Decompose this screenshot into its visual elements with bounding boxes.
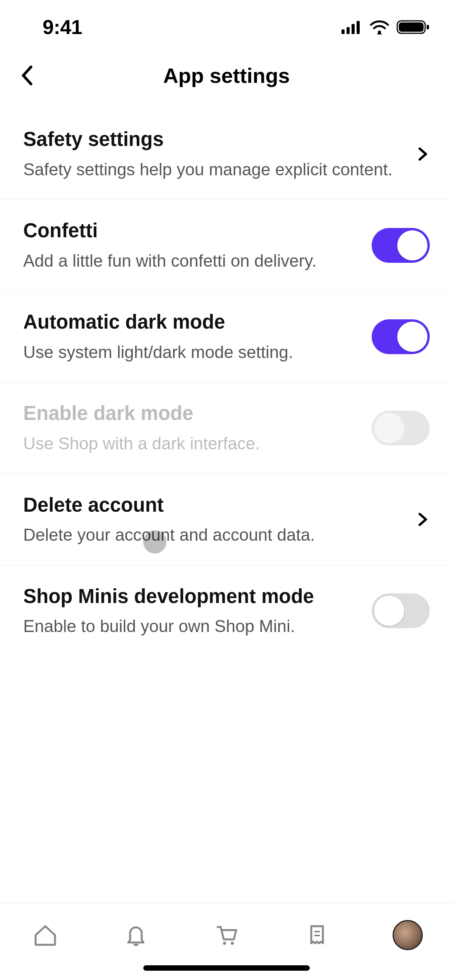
page-title: App settings <box>0 63 453 87</box>
row-enable-dark-mode: Enable dark mode Use Shop with a dark in… <box>0 382 453 474</box>
svg-rect-3 <box>357 21 360 34</box>
battery-icon <box>396 19 430 35</box>
back-button[interactable] <box>15 64 39 87</box>
settings-list: Safety settings Safety settings help you… <box>0 97 453 656</box>
home-icon <box>32 922 59 949</box>
row-subtitle: Delete your account and account data. <box>23 523 400 546</box>
tab-notifications[interactable] <box>91 918 181 953</box>
wifi-icon <box>369 20 390 34</box>
row-confetti: Confetti Add a little fun with confetti … <box>0 200 453 291</box>
chevron-left-icon <box>19 64 35 87</box>
avatar <box>393 920 423 950</box>
svg-rect-0 <box>341 29 345 34</box>
toggle-enable-dark-mode <box>372 411 430 445</box>
row-title: Shop Minis development mode <box>23 584 356 609</box>
toggle-automatic-dark-mode[interactable] <box>372 319 430 354</box>
status-bar: 9:41 <box>0 0 453 54</box>
status-time: 9:41 <box>43 15 82 39</box>
svg-rect-7 <box>427 25 429 29</box>
row-subtitle: Safety settings help you manage explicit… <box>23 158 400 181</box>
row-subtitle: Use Shop with a dark interface. <box>23 432 356 455</box>
chevron-right-icon <box>416 147 430 161</box>
tab-home[interactable] <box>0 918 91 953</box>
svg-rect-1 <box>347 27 350 34</box>
svg-point-8 <box>223 942 226 945</box>
nav-header: App settings <box>0 54 453 97</box>
row-subtitle: Enable to build your own Shop Mini. <box>23 615 356 637</box>
row-title: Safety settings <box>23 127 400 152</box>
row-title: Delete account <box>23 493 400 517</box>
row-subtitle: Add a little fun with confetti on delive… <box>23 249 356 272</box>
receipt-icon <box>304 922 331 949</box>
row-title: Confetti <box>23 218 356 243</box>
tab-profile[interactable] <box>362 918 453 953</box>
row-delete-account[interactable]: Delete account Delete your account and a… <box>0 474 453 565</box>
tab-cart[interactable] <box>181 918 272 953</box>
cart-icon <box>213 922 240 949</box>
signal-icon <box>341 20 362 34</box>
row-title: Enable dark mode <box>23 401 356 426</box>
svg-rect-6 <box>399 22 424 32</box>
row-safety-settings[interactable]: Safety settings Safety settings help you… <box>0 108 453 200</box>
toggle-shop-minis-dev-mode[interactable] <box>372 593 430 628</box>
toggle-confetti[interactable] <box>372 228 430 263</box>
svg-point-4 <box>378 31 381 34</box>
status-indicators <box>341 19 430 35</box>
chevron-right-icon <box>416 512 430 526</box>
row-subtitle: Use system light/dark mode setting. <box>23 341 356 363</box>
row-automatic-dark-mode: Automatic dark mode Use system light/dar… <box>0 291 453 382</box>
svg-point-9 <box>231 942 234 945</box>
row-title: Automatic dark mode <box>23 310 356 334</box>
bell-icon <box>122 922 149 949</box>
row-shop-minis-dev-mode: Shop Minis development mode Enable to bu… <box>0 565 453 656</box>
tab-orders[interactable] <box>272 918 362 953</box>
home-indicator <box>143 965 310 971</box>
svg-rect-2 <box>352 24 355 34</box>
